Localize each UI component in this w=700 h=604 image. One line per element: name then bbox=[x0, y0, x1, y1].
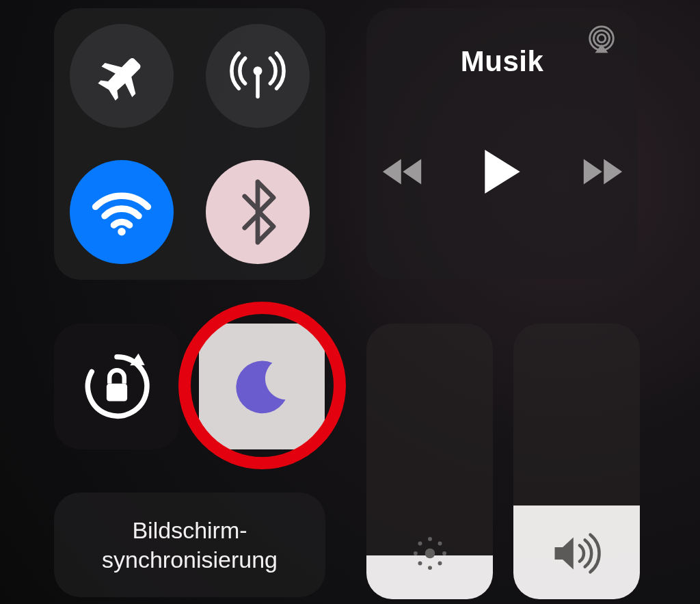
airplane-mode-toggle[interactable] bbox=[70, 24, 174, 128]
sun-low-icon bbox=[407, 531, 453, 576]
svg-point-3 bbox=[597, 34, 606, 42]
svg-point-10 bbox=[413, 551, 417, 555]
svg-point-13 bbox=[438, 542, 442, 546]
screen-mirroring-button[interactable]: Bildschirm- synchronisierung bbox=[54, 493, 325, 597]
orientation-lock-toggle[interactable] bbox=[54, 324, 180, 449]
airplay-button[interactable] bbox=[583, 22, 620, 59]
svg-point-14 bbox=[418, 562, 422, 566]
svg-point-11 bbox=[442, 551, 446, 555]
rewind-button[interactable] bbox=[380, 156, 424, 187]
svg-point-2 bbox=[118, 228, 126, 236]
svg-rect-6 bbox=[107, 384, 127, 402]
cellular-data-toggle[interactable] bbox=[206, 24, 310, 128]
music-platter[interactable]: Musik bbox=[366, 8, 638, 279]
svg-point-12 bbox=[418, 542, 422, 546]
wifi-icon bbox=[89, 179, 154, 245]
svg-point-9 bbox=[428, 566, 432, 570]
airplay-icon bbox=[585, 24, 618, 57]
orientation-lock-icon bbox=[80, 350, 154, 423]
svg-point-8 bbox=[428, 537, 432, 541]
svg-rect-1 bbox=[256, 74, 260, 99]
svg-point-15 bbox=[438, 562, 442, 566]
wifi-toggle[interactable] bbox=[70, 160, 174, 264]
forward-icon bbox=[581, 156, 625, 187]
rewind-icon bbox=[380, 156, 424, 187]
bluetooth-icon bbox=[234, 179, 282, 245]
speaker-icon bbox=[550, 531, 604, 576]
connectivity-group[interactable] bbox=[54, 8, 325, 280]
svg-point-7 bbox=[425, 549, 435, 559]
volume-slider[interactable] bbox=[513, 324, 640, 599]
airplane-icon bbox=[94, 49, 149, 103]
forward-button[interactable] bbox=[581, 156, 625, 187]
cellular-icon bbox=[226, 44, 289, 107]
brightness-slider[interactable] bbox=[366, 324, 493, 599]
do-not-disturb-toggle[interactable] bbox=[199, 324, 325, 449]
moon-icon bbox=[229, 354, 295, 419]
screen-mirroring-label: Bildschirm- synchronisierung bbox=[102, 516, 278, 574]
play-button[interactable] bbox=[481, 147, 524, 196]
play-icon bbox=[481, 147, 524, 196]
svg-point-4 bbox=[593, 31, 609, 47]
bluetooth-toggle[interactable] bbox=[206, 160, 310, 264]
